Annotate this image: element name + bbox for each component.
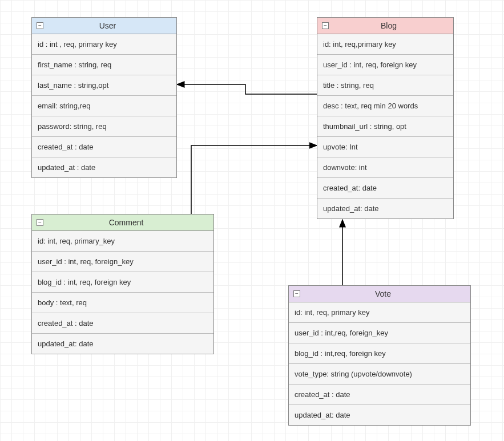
entity-comment-header[interactable]: − Comment	[32, 215, 213, 231]
entity-user-field: last_name : string,opt	[32, 75, 176, 96]
entity-comment-field: body : text, req	[32, 293, 213, 313]
entity-blog-field: user_id : int, req, foreign key	[317, 55, 453, 75]
entity-user-title: User	[43, 21, 172, 30]
entity-user-field: updated_at : date	[32, 157, 176, 177]
entity-blog-field: downvote: int	[317, 157, 453, 178]
entity-blog-field: id: int, req,primary key	[317, 34, 453, 55]
collapse-icon[interactable]: −	[37, 219, 43, 226]
entity-blog-field: desc : text, req min 20 words	[317, 96, 453, 116]
entity-comment-field: user_id : int, req, foreign_key	[32, 252, 213, 272]
entity-comment-field: created_at : date	[32, 313, 213, 334]
entity-vote-field: blog_id : int,req, foreign key	[289, 343, 470, 364]
entity-user-field: id : int , req, primary key	[32, 34, 176, 55]
entity-vote-field: updated_at: date	[289, 405, 470, 425]
entity-vote-field: user_id : int,req, foreign_key	[289, 323, 470, 343]
entity-blog-field: upvote: Int	[317, 137, 453, 157]
entity-blog[interactable]: − Blog id: int, req,primary key user_id …	[317, 17, 454, 219]
entity-user-header[interactable]: − User	[32, 18, 176, 34]
entity-vote-field: vote_type: string (upvote/downvote)	[289, 364, 470, 385]
entity-vote-header[interactable]: − Vote	[289, 286, 470, 302]
entity-comment-title: Comment	[43, 218, 209, 227]
entity-vote-field: created_at : date	[289, 385, 470, 405]
entity-user-field: password: string, req	[32, 116, 176, 137]
collapse-icon[interactable]: −	[322, 22, 329, 29]
entity-user-field: created_at : date	[32, 137, 176, 157]
collapse-icon[interactable]: −	[293, 290, 300, 297]
entity-vote[interactable]: − Vote id: int, req, primary key user_id…	[288, 285, 471, 426]
entity-comment-field: blog_id : int, req, foreign key	[32, 272, 213, 293]
diagram-canvas: − User id : int , req, primary key first…	[0, 0, 504, 441]
entity-vote-title: Vote	[300, 289, 466, 298]
entity-comment-field: id: int, req, primary_key	[32, 231, 213, 252]
entity-user[interactable]: − User id : int , req, primary key first…	[31, 17, 177, 178]
collapse-icon[interactable]: −	[37, 22, 43, 29]
entity-user-field: first_name : string, req	[32, 55, 176, 75]
entity-blog-field: updated_at: date	[317, 199, 453, 219]
entity-blog-field: thumbnail_url : string, opt	[317, 116, 453, 137]
entity-blog-title: Blog	[329, 21, 449, 30]
entity-blog-field: title : string, req	[317, 75, 453, 96]
entity-comment-field: updated_at: date	[32, 334, 213, 354]
entity-blog-header[interactable]: − Blog	[317, 18, 453, 34]
entity-blog-field: created_at: date	[317, 178, 453, 199]
entity-comment[interactable]: − Comment id: int, req, primary_key user…	[31, 214, 214, 354]
entity-vote-field: id: int, req, primary key	[289, 302, 470, 323]
entity-user-field: email: string,req	[32, 96, 176, 116]
